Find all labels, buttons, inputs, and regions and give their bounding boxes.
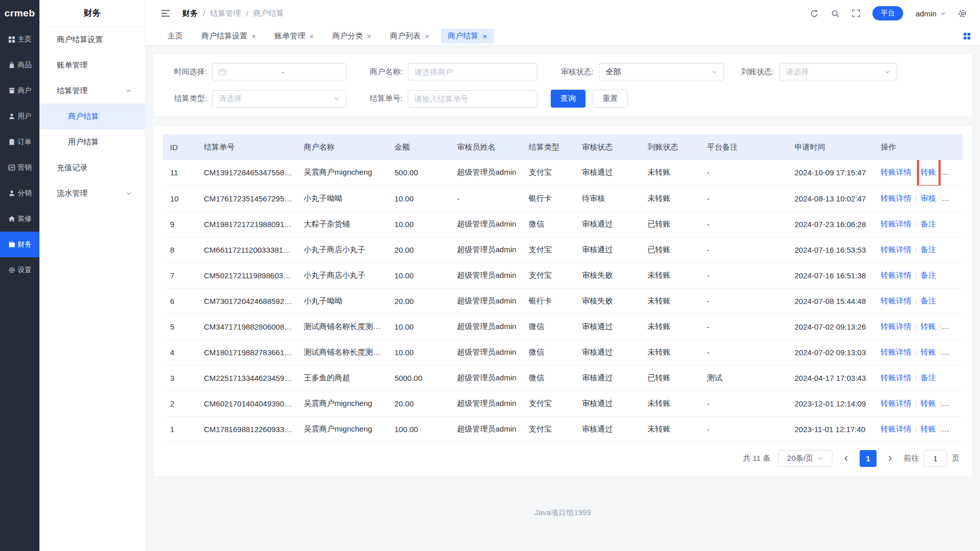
breadcrumb-item[interactable]: 商户结算 (253, 9, 284, 18)
page-size-select[interactable]: 20条/页 (778, 450, 832, 467)
action-transfer[interactable]: 转账 (921, 399, 936, 407)
action-transfer-detail[interactable]: 转账详情 (881, 168, 911, 176)
rail-item-user[interactable]: 用户 (0, 104, 39, 129)
rail-item-shop[interactable]: 商户 (0, 78, 39, 104)
next-page-icon[interactable] (884, 455, 896, 462)
action-transfer[interactable]: 转账 (921, 424, 936, 433)
cell-type: 银行卡 (524, 186, 577, 211)
rail-item-share[interactable]: 分销 (0, 180, 39, 206)
action-audit[interactable]: 审核 (921, 194, 936, 202)
tab-item[interactable]: 主页 (161, 29, 190, 44)
tab-item[interactable]: 商户分类× (326, 29, 379, 44)
action-transfer[interactable]: 转账 (921, 348, 936, 356)
date-range-input[interactable]: - (212, 63, 346, 80)
cell-merchant: 小丸子商店小丸子 (299, 262, 389, 288)
prev-page-icon[interactable] (840, 455, 852, 462)
cell-amount: 5000.00 (389, 365, 452, 391)
tab-item[interactable]: 商户列表× (383, 29, 436, 44)
action-transfer[interactable]: 转账 (921, 168, 936, 177)
column-header: 平台备注 (702, 134, 789, 160)
current-page-button[interactable]: 1 (860, 450, 877, 467)
action-remark[interactable]: 备注 (921, 373, 936, 382)
sidebar-item-label: 流水管理 (57, 189, 88, 198)
cell-audit: 审核失败 (577, 288, 642, 314)
breadcrumb-item[interactable]: 结算管理 (210, 9, 241, 18)
cell-remark: 测试 (702, 365, 789, 391)
sidebar-item[interactable]: 充值记录 (39, 155, 145, 180)
rail-item-grid[interactable]: 主页 (0, 27, 39, 52)
fullscreen-icon[interactable] (852, 9, 860, 17)
search-button[interactable]: 查询 (551, 90, 586, 108)
reset-button[interactable]: 重置 (593, 90, 628, 108)
cell-auditor: 超级管理员admin (452, 237, 524, 262)
merchant-filter-label: 商户名称: (360, 67, 403, 77)
cell-merchant: 小丸子商店小丸子 (299, 237, 389, 262)
rail-item-order[interactable]: 订单 (0, 129, 39, 155)
arrival-status-select[interactable]: 请选择 (779, 63, 897, 80)
close-icon[interactable]: × (309, 32, 314, 40)
sidebar-item[interactable]: 流水管理 (39, 180, 145, 206)
action-transfer-detail[interactable]: 转账详情 (881, 271, 911, 279)
topbar-actions: 平台 admin (810, 6, 967, 21)
action-transfer-detail[interactable]: 转账详情 (881, 424, 911, 433)
main-area: 财务 / 结算管理 / 商户结算 平台 admin (145, 0, 980, 551)
action-remark[interactable]: 备注 (921, 245, 936, 254)
rail-item-marketing[interactable]: 营销 (0, 155, 39, 180)
primary-sidebar: crmeb 主页商品商户用户订单营销分销装修财务设置 (0, 0, 39, 551)
sidebar-item[interactable]: 商户结算 (39, 104, 145, 129)
tab-item[interactable]: 商户结算× (441, 29, 494, 44)
table-row: 3CM225171334462345921504王多鱼的商超5000.00超级管… (163, 365, 963, 391)
sidebar-item[interactable]: 用户结算 (39, 129, 145, 155)
table-header-row: ID结算单号商户名称金额审核员姓名结算类型审核状态到账状态平台备注申请时间操作 (163, 134, 963, 160)
action-remark[interactable]: 备注 (921, 219, 936, 228)
action-remark[interactable]: 备注 (921, 296, 936, 305)
cell-type: 微信 (524, 339, 577, 365)
cell-audit: 审核通过 (577, 160, 642, 186)
rail-item-home[interactable]: 装修 (0, 206, 39, 232)
action-transfer[interactable]: 转账 (921, 322, 936, 331)
cell-audit: 审核通过 (577, 391, 642, 416)
action-transfer-detail[interactable]: 转账详情 (881, 296, 911, 305)
close-icon[interactable]: × (367, 32, 372, 40)
sidebar-item[interactable]: 账单管理 (39, 52, 145, 78)
cell-amount: 20.00 (389, 391, 452, 416)
user-menu[interactable]: admin (915, 9, 946, 18)
cell-no: CM139172846534755857417 (199, 160, 299, 186)
cell-arrival: 已转账 (642, 211, 702, 237)
audit-status-select[interactable]: 全部 (599, 63, 724, 80)
cell-actions: 转账详情|转账|备注 (875, 160, 963, 186)
rail-item-finance[interactable]: 财务 (0, 232, 39, 257)
goto-page-input[interactable] (924, 450, 947, 467)
merchant-name-input[interactable] (414, 68, 531, 76)
tab-item[interactable]: 账单管理× (268, 29, 321, 44)
tab-list-grid-icon[interactable] (963, 32, 971, 40)
close-icon[interactable]: × (252, 32, 256, 40)
search-icon[interactable] (831, 9, 840, 18)
action-transfer-detail[interactable]: 转账详情 (881, 322, 911, 331)
username: admin (915, 9, 936, 18)
sidebar-item[interactable]: 商户结算设置 (39, 27, 145, 52)
close-icon[interactable]: × (483, 32, 487, 40)
action-divider: | (940, 424, 942, 433)
close-icon[interactable]: × (425, 32, 429, 40)
settings-gear-icon[interactable] (958, 9, 967, 18)
sidebar-item[interactable]: 结算管理 (39, 78, 145, 104)
tab-item[interactable]: 商户结算设置× (195, 29, 263, 44)
action-transfer-detail[interactable]: 转账详情 (881, 348, 911, 356)
action-transfer-detail[interactable]: 转账详情 (881, 373, 911, 382)
refresh-icon[interactable] (810, 9, 819, 18)
action-remark[interactable]: 备注 (921, 271, 936, 279)
breadcrumb-item[interactable]: 财务 (182, 9, 198, 18)
settle-type-select[interactable]: 请选择 (212, 90, 346, 108)
platform-badge[interactable]: 平台 (872, 6, 903, 21)
settle-no-input[interactable] (414, 94, 531, 103)
collapse-menu-icon[interactable] (161, 9, 170, 17)
cell-id: 10 (163, 186, 199, 211)
cell-type: 支付宝 (524, 262, 577, 288)
rail-item-gear[interactable]: 设置 (0, 257, 39, 283)
rail-item-goods[interactable]: 商品 (0, 52, 39, 78)
action-transfer-detail[interactable]: 转账详情 (881, 399, 911, 407)
action-transfer-detail[interactable]: 转账详情 (881, 245, 911, 254)
action-transfer-detail[interactable]: 转账详情 (881, 219, 911, 228)
action-transfer-detail[interactable]: 转账详情 (881, 194, 911, 202)
